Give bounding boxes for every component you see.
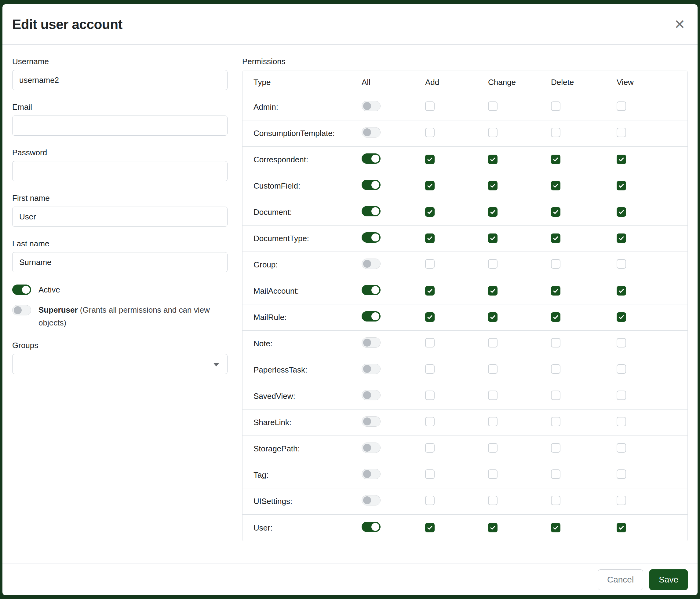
permission-change-checkbox[interactable]: [488, 234, 498, 243]
permission-add-checkbox[interactable]: [425, 207, 434, 217]
permission-view-checkbox[interactable]: [617, 259, 626, 269]
permission-change-checkbox[interactable]: [488, 364, 498, 374]
permission-all-toggle[interactable]: [361, 311, 380, 321]
permission-add-checkbox[interactable]: [425, 101, 434, 111]
permission-view-checkbox[interactable]: [617, 364, 626, 374]
permission-delete-checkbox[interactable]: [551, 259, 560, 269]
permission-delete-checkbox[interactable]: [551, 128, 560, 137]
groups-select[interactable]: [12, 354, 227, 374]
permission-add-checkbox[interactable]: [425, 286, 434, 295]
permission-delete-checkbox[interactable]: [551, 312, 560, 322]
permission-all-toggle[interactable]: [361, 206, 380, 216]
permission-delete-checkbox[interactable]: [551, 154, 560, 164]
permission-add-checkbox[interactable]: [425, 390, 434, 400]
permission-add-checkbox[interactable]: [425, 234, 434, 243]
permission-all-toggle[interactable]: [361, 101, 380, 111]
permission-view-checkbox[interactable]: [617, 496, 626, 505]
permission-delete-checkbox[interactable]: [551, 496, 560, 505]
permission-add-checkbox[interactable]: [425, 154, 434, 164]
permission-delete-checkbox[interactable]: [551, 338, 560, 348]
permission-all-toggle[interactable]: [361, 522, 380, 532]
permission-change-checkbox[interactable]: [488, 154, 498, 164]
permission-type-label: Admin:: [243, 102, 361, 112]
permission-add-checkbox[interactable]: [425, 338, 434, 348]
permission-delete-checkbox[interactable]: [551, 470, 560, 479]
permission-delete-checkbox[interactable]: [551, 286, 560, 295]
permission-type-label: ConsumptionTemplate:: [243, 129, 361, 138]
permission-change-checkbox[interactable]: [488, 207, 498, 217]
permission-view-checkbox[interactable]: [617, 470, 626, 479]
permission-change-checkbox[interactable]: [488, 101, 498, 111]
permission-view-checkbox[interactable]: [617, 207, 626, 217]
permission-all-toggle[interactable]: [361, 364, 380, 374]
first-name-input[interactable]: [12, 207, 227, 227]
permission-all-toggle[interactable]: [361, 153, 380, 164]
permission-add-checkbox[interactable]: [425, 496, 434, 505]
permission-change-checkbox[interactable]: [488, 417, 498, 426]
permission-add-checkbox[interactable]: [425, 470, 434, 479]
permission-change-checkbox[interactable]: [488, 312, 498, 322]
save-button[interactable]: Save: [649, 569, 688, 590]
permission-delete-checkbox[interactable]: [551, 523, 560, 532]
permission-view-checkbox[interactable]: [617, 417, 626, 426]
permission-view-checkbox[interactable]: [617, 234, 626, 243]
permission-add-checkbox[interactable]: [425, 364, 434, 374]
toggle-knob: [371, 154, 379, 163]
permission-change-checkbox[interactable]: [488, 338, 498, 348]
permission-all-toggle[interactable]: [361, 390, 380, 400]
permission-view-checkbox[interactable]: [617, 128, 626, 137]
permission-all-toggle[interactable]: [361, 416, 380, 427]
permission-change-checkbox[interactable]: [488, 128, 498, 137]
permission-add-checkbox[interactable]: [425, 312, 434, 322]
permission-delete-checkbox[interactable]: [551, 181, 560, 190]
active-toggle[interactable]: [12, 285, 31, 295]
permission-delete-checkbox[interactable]: [551, 364, 560, 374]
username-input[interactable]: [12, 70, 227, 90]
permission-delete-checkbox[interactable]: [551, 101, 560, 111]
permission-add-checkbox[interactable]: [425, 181, 434, 190]
permission-delete-checkbox[interactable]: [551, 390, 560, 400]
permission-view-checkbox[interactable]: [617, 443, 626, 453]
permission-change-checkbox[interactable]: [488, 443, 498, 453]
permission-change-checkbox[interactable]: [488, 259, 498, 269]
permission-all-toggle[interactable]: [361, 232, 380, 243]
permission-all-toggle[interactable]: [361, 337, 380, 348]
permission-all-toggle[interactable]: [361, 180, 380, 190]
permission-all-toggle[interactable]: [361, 285, 380, 295]
permission-change-checkbox[interactable]: [488, 286, 498, 295]
permission-view-checkbox[interactable]: [617, 312, 626, 322]
permission-change-checkbox[interactable]: [488, 523, 498, 532]
permission-all-toggle[interactable]: [361, 127, 380, 138]
permission-view-checkbox[interactable]: [617, 101, 626, 111]
permission-add-checkbox[interactable]: [425, 259, 434, 269]
permission-delete-checkbox[interactable]: [551, 417, 560, 426]
email-input[interactable]: [12, 116, 227, 136]
close-button[interactable]: ✕: [672, 15, 688, 33]
permission-change-checkbox[interactable]: [488, 470, 498, 479]
permission-change-checkbox[interactable]: [488, 390, 498, 400]
permission-delete-checkbox[interactable]: [551, 207, 560, 217]
permission-all-toggle[interactable]: [361, 495, 380, 505]
permission-add-checkbox[interactable]: [425, 417, 434, 426]
permission-add-checkbox[interactable]: [425, 443, 434, 453]
permission-add-checkbox[interactable]: [425, 128, 434, 137]
permission-view-checkbox[interactable]: [617, 181, 626, 190]
permission-view-checkbox[interactable]: [617, 286, 626, 295]
last-name-input[interactable]: [12, 252, 227, 272]
permission-all-toggle[interactable]: [361, 469, 380, 479]
cancel-button[interactable]: Cancel: [598, 569, 643, 590]
permission-delete-checkbox[interactable]: [551, 234, 560, 243]
password-input[interactable]: [12, 161, 227, 181]
permission-view-checkbox[interactable]: [617, 523, 626, 532]
permission-delete-checkbox[interactable]: [551, 443, 560, 453]
permission-change-checkbox[interactable]: [488, 181, 498, 190]
superuser-toggle[interactable]: [12, 305, 31, 315]
permission-all-toggle[interactable]: [361, 442, 380, 453]
permission-view-checkbox[interactable]: [617, 154, 626, 164]
toggle-knob: [363, 470, 371, 478]
permission-add-checkbox[interactable]: [425, 523, 434, 532]
permission-all-toggle[interactable]: [361, 259, 380, 269]
permission-change-checkbox[interactable]: [488, 496, 498, 505]
permission-view-checkbox[interactable]: [617, 338, 626, 348]
permission-view-checkbox[interactable]: [617, 390, 626, 400]
